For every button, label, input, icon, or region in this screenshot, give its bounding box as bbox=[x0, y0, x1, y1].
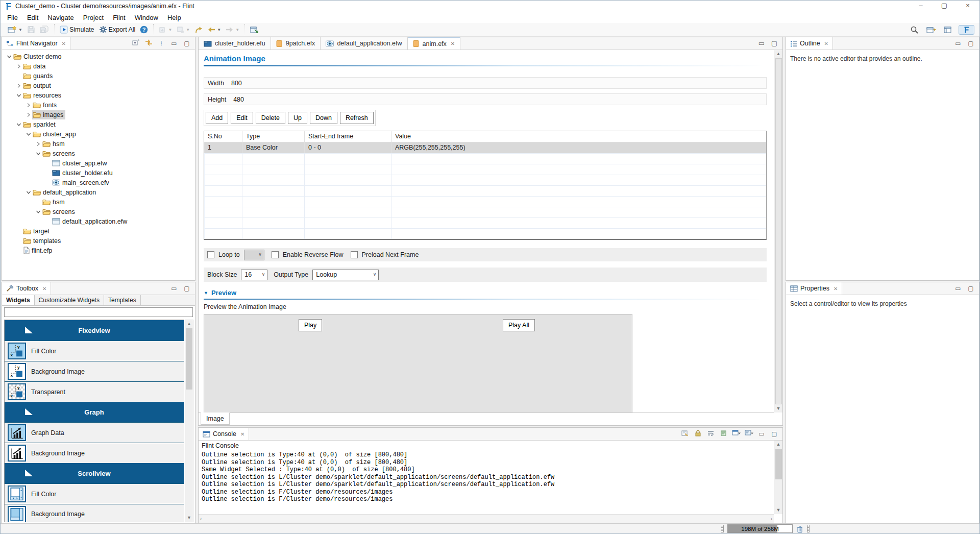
toolbox-item-transparent[interactable]: yxTransparent bbox=[5, 381, 184, 402]
table-empty-row[interactable] bbox=[204, 153, 766, 164]
minimize-view-icon[interactable]: ▭ bbox=[170, 39, 178, 47]
tree-item-output[interactable]: output bbox=[22, 81, 53, 90]
width-field[interactable]: Width 800 bbox=[204, 77, 767, 89]
tree-item-fonts[interactable]: fonts bbox=[32, 101, 59, 110]
minimize-view-icon[interactable]: ▭ bbox=[757, 39, 766, 47]
simulate-button[interactable]: Simulate bbox=[58, 25, 96, 35]
editor-scrollbar[interactable]: ▲ ▼ bbox=[774, 50, 782, 412]
other-perspective-button[interactable] bbox=[942, 25, 953, 35]
menu-edit[interactable]: Edit bbox=[22, 13, 43, 22]
table-empty-row[interactable] bbox=[204, 196, 766, 207]
close-tab-icon[interactable]: ✕ bbox=[451, 41, 455, 46]
menu-file[interactable]: File bbox=[3, 13, 22, 22]
tree-item-target[interactable]: target bbox=[22, 227, 52, 236]
toolbox-item-graph-data[interactable]: Graph Data bbox=[5, 422, 184, 443]
toolbox-item-background-image[interactable]: yxBackground Image bbox=[5, 361, 184, 381]
close-icon[interactable]: ✕ bbox=[62, 41, 66, 46]
table-empty-row[interactable] bbox=[204, 175, 766, 185]
scroll-up-icon[interactable]: ▲ bbox=[776, 441, 781, 448]
expanded-arrow-icon[interactable] bbox=[24, 132, 32, 137]
maximize-view-icon[interactable]: ▢ bbox=[770, 39, 778, 47]
expanded-arrow-icon[interactable] bbox=[5, 54, 13, 59]
image-bottom-tab[interactable]: Image bbox=[201, 412, 230, 425]
scroll-down-icon[interactable]: ▼ bbox=[776, 405, 781, 412]
close-icon[interactable]: ✕ bbox=[834, 286, 838, 292]
toolbox-search-input[interactable] bbox=[4, 307, 193, 317]
table-empty-row[interactable] bbox=[204, 207, 766, 217]
play-button[interactable]: Play bbox=[299, 319, 322, 331]
close-icon[interactable]: ✕ bbox=[824, 41, 828, 46]
console-tab[interactable]: Console ✕ bbox=[199, 428, 249, 440]
expanded-arrow-icon[interactable] bbox=[15, 93, 22, 98]
save-all-button[interactable] bbox=[38, 25, 51, 35]
menu-flint[interactable]: Flint bbox=[108, 13, 130, 22]
minimize-view-icon[interactable]: ▭ bbox=[757, 430, 766, 438]
menu-help[interactable]: Help bbox=[163, 13, 186, 22]
tree-item-images[interactable]: images bbox=[32, 110, 65, 119]
collapsed-arrow-icon[interactable] bbox=[24, 112, 32, 117]
editor-tab-anim-efx[interactable]: anim.efx✕ bbox=[408, 37, 461, 50]
flint-navigator-tab[interactable]: Flint Navigator ✕ bbox=[2, 37, 70, 50]
search-button[interactable] bbox=[909, 25, 920, 35]
clear-console-icon[interactable] bbox=[681, 430, 689, 439]
display-selected-console-icon[interactable] bbox=[732, 430, 740, 439]
minimize-view-icon[interactable]: ▭ bbox=[954, 284, 962, 293]
toolbox-group-graph[interactable]: Graph bbox=[5, 402, 184, 422]
collapsed-arrow-icon[interactable] bbox=[15, 64, 22, 69]
minimize-view-icon[interactable]: ▭ bbox=[954, 39, 962, 47]
close-icon[interactable]: ✕ bbox=[42, 286, 46, 292]
minimize-window-button[interactable]: – bbox=[909, 1, 933, 12]
collapsed-arrow-icon[interactable] bbox=[24, 103, 32, 108]
tree-item-flint-efp[interactable]: flint.efp bbox=[22, 246, 54, 255]
back-button[interactable]: ▼ bbox=[206, 25, 223, 34]
toolbox-scrollbar[interactable]: ▲ ▼ bbox=[185, 320, 193, 522]
run-garbage-collector-icon[interactable] bbox=[796, 525, 803, 533]
play-all-button[interactable]: Play All bbox=[503, 319, 535, 331]
up-button[interactable]: Up bbox=[288, 112, 307, 124]
close-window-button[interactable]: × bbox=[956, 1, 979, 12]
collapsed-arrow-icon[interactable] bbox=[15, 83, 22, 88]
tree-item-sparklet[interactable]: sparklet bbox=[22, 120, 58, 129]
editor-tab-9patch-efx[interactable]: 9patch.efx bbox=[271, 37, 321, 50]
tree-item-cluster-holder-efu[interactable]: cluster_holder.efu bbox=[52, 168, 115, 178]
properties-tab[interactable]: Properties ✕ bbox=[786, 282, 842, 295]
maximize-window-button[interactable]: ▢ bbox=[933, 1, 956, 12]
tree-item-main-screen-efv[interactable]: main_screen.efv bbox=[52, 178, 111, 187]
collapsed-arrow-icon[interactable] bbox=[34, 141, 42, 147]
toolbox-tab-templates[interactable]: Templates bbox=[104, 295, 141, 305]
tree-item-data[interactable]: data bbox=[22, 62, 47, 71]
menu-window[interactable]: Window bbox=[130, 13, 163, 22]
flint-perspective-button[interactable] bbox=[959, 25, 974, 35]
expanded-arrow-icon[interactable] bbox=[34, 151, 42, 156]
link-with-editor-icon[interactable] bbox=[144, 39, 153, 48]
save-button[interactable] bbox=[26, 25, 37, 35]
preview-section-header[interactable]: ▼ Preview bbox=[204, 289, 774, 297]
output-type-select[interactable]: Lookup∨ bbox=[312, 270, 379, 280]
tree-item-screens[interactable]: screens bbox=[42, 149, 77, 158]
view-menu-icon[interactable]: ⁞ bbox=[157, 39, 165, 47]
toolbox-tab-customizable-widgets[interactable]: Customizable Widgets bbox=[35, 295, 104, 305]
new-wizard-button[interactable]: ▼ bbox=[6, 25, 24, 35]
table-empty-row[interactable] bbox=[204, 185, 766, 196]
editor-tab-default-application-efw[interactable]: default_application.efw bbox=[321, 37, 407, 50]
tree-item-cluster-demo[interactable]: Cluster demo bbox=[13, 52, 63, 61]
expanded-arrow-icon[interactable] bbox=[34, 209, 42, 214]
menu-navigate[interactable]: Navigate bbox=[43, 13, 78, 22]
export-all-button[interactable]: Export All bbox=[97, 25, 137, 35]
scroll-up-icon[interactable]: ▲ bbox=[187, 320, 191, 328]
run-history-button[interactable]: ▼ bbox=[157, 25, 174, 35]
scroll-up-icon[interactable]: ▲ bbox=[776, 50, 781, 58]
preload-next-frame-checkbox[interactable] bbox=[351, 251, 358, 258]
scroll-left-icon[interactable]: ‹ bbox=[200, 516, 202, 522]
menu-project[interactable]: Project bbox=[79, 13, 108, 22]
tree-item-cluster-app-efw[interactable]: cluster_app.efw bbox=[52, 159, 109, 168]
last-edit-location-button[interactable] bbox=[193, 25, 204, 35]
toolbox-item-background-image[interactable]: Background Image bbox=[5, 443, 184, 463]
table-empty-row[interactable] bbox=[204, 228, 766, 239]
tree-item-resources[interactable]: resources bbox=[22, 91, 63, 100]
delete-button[interactable]: Delete bbox=[256, 112, 285, 124]
table-empty-row[interactable] bbox=[204, 164, 766, 175]
tree-item-hsm[interactable]: hsm bbox=[42, 198, 67, 207]
down-button[interactable]: Down bbox=[310, 112, 337, 124]
loop-to-select[interactable]: ∨ bbox=[244, 250, 264, 260]
